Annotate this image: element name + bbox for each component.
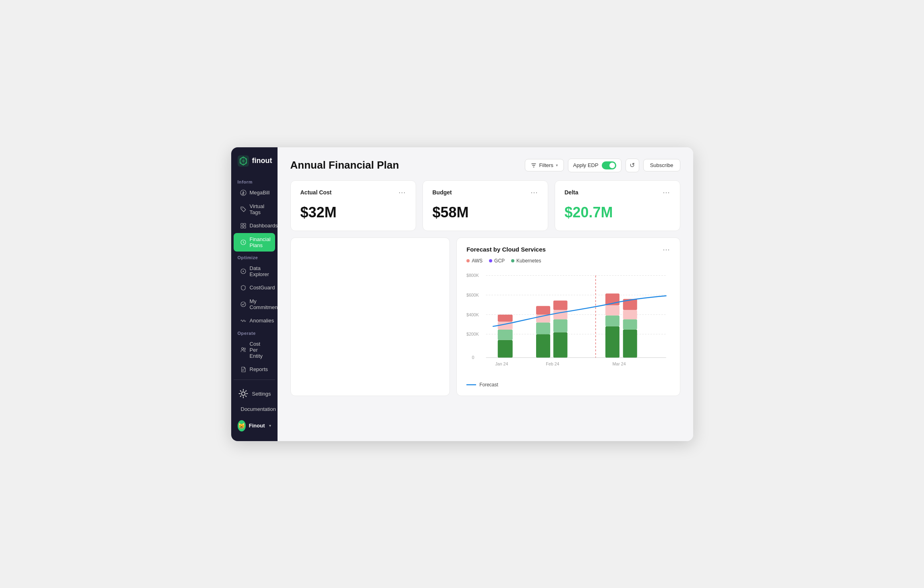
- logo-text: finout: [252, 157, 272, 165]
- settings-icon: [238, 388, 249, 399]
- sidebar-item-virtual-tags[interactable]: Virtual Tags: [234, 200, 275, 219]
- svg-rect-6: [244, 226, 246, 228]
- filters-button[interactable]: Filters ▾: [525, 159, 564, 171]
- delta-menu[interactable]: ⋯: [663, 189, 670, 196]
- commitment-icon: [240, 301, 247, 307]
- sidebar-item-costguard[interactable]: CostGuard: [234, 281, 275, 294]
- logo-icon: [238, 155, 249, 167]
- bar-k8s-dark-mar1: [605, 326, 619, 357]
- wave-icon: [240, 318, 247, 324]
- compass-icon: [240, 268, 247, 274]
- aws-dot: [466, 259, 470, 262]
- k8s-dot: [511, 259, 514, 262]
- logo: finout: [231, 155, 278, 176]
- forecast-dash-icon: [466, 384, 476, 386]
- forecast-card: Forecast by Cloud Services ⋯ AWS GCP Kub…: [456, 237, 680, 396]
- svg-point-11: [241, 348, 243, 350]
- metric-card-header-delta: Delta ⋯: [565, 189, 670, 196]
- sidebar-item-dashboards[interactable]: Dashboards: [234, 219, 275, 232]
- edp-toggle[interactable]: [602, 161, 616, 169]
- sidebar-item-data-explorer[interactable]: Data Explorer: [234, 262, 275, 281]
- chart-area: $800K $600K $400K $200K 0: [466, 270, 670, 379]
- svg-point-13: [241, 392, 245, 396]
- user-name: Finout: [249, 423, 265, 429]
- legend-aws: AWS: [466, 258, 483, 264]
- sidebar-item-cost-per-entity[interactable]: Cost Per Entity: [234, 338, 275, 362]
- metric-card-delta: Delta ⋯ $20.7M: [555, 180, 680, 231]
- header-actions: Filters ▾ Apply EDP ↺ Subscribe: [525, 159, 680, 172]
- financial-plans-icon: [240, 239, 247, 246]
- megabill-label: MegaBill: [250, 190, 270, 196]
- data-explorer-label: Data Explorer: [250, 265, 269, 277]
- avatar: 😸: [238, 420, 246, 431]
- tag-icon: [240, 206, 247, 213]
- settings-item[interactable]: Settings: [234, 385, 275, 402]
- section-operate-label: Operate: [231, 328, 278, 337]
- forecast-line: [493, 296, 666, 326]
- sidebar-item-anomalies[interactable]: Anomalies: [234, 314, 275, 327]
- chevron-down-icon: ▾: [556, 163, 558, 167]
- virtual-tags-label: Virtual Tags: [250, 203, 269, 215]
- documentation-item[interactable]: Documentation: [234, 403, 275, 415]
- dashboards-label: Dashboards: [250, 223, 278, 229]
- sidebar-item-my-commitment[interactable]: My Commitment: [234, 295, 275, 314]
- svg-point-2: [242, 208, 242, 208]
- bar-k8s-dark-feb2: [553, 332, 568, 357]
- documentation-label: Documentation: [241, 406, 276, 412]
- forecast-title: Forecast by Cloud Services: [466, 246, 546, 253]
- bar-aws-dark-feb2: [553, 300, 568, 309]
- bar-k8s-light-feb2: [553, 319, 568, 332]
- anomalies-label: Anomalies: [250, 318, 274, 324]
- grid-icon: [240, 223, 247, 229]
- filter-icon: [531, 163, 537, 168]
- user-row[interactable]: 😸 Finout ▾: [234, 417, 275, 435]
- chart-svg: $800K $600K $400K $200K 0: [466, 270, 670, 379]
- chevron-down-icon: ▾: [269, 423, 271, 428]
- forecast-menu[interactable]: ⋯: [663, 246, 670, 253]
- empty-left-card: [290, 237, 450, 396]
- svg-text:Mar 24: Mar 24: [613, 361, 626, 366]
- settings-label: Settings: [252, 391, 271, 397]
- subscribe-button[interactable]: Subscribe: [643, 159, 680, 171]
- sidebar-item-financial-plans[interactable]: Financial Plans: [234, 233, 275, 252]
- svg-rect-5: [241, 226, 243, 228]
- bottom-section: Forecast by Cloud Services ⋯ AWS GCP Kub…: [290, 237, 680, 396]
- metric-cards: Actual Cost ⋯ $32M Budget ⋯ $58M Delta ⋯…: [290, 180, 680, 231]
- costguard-label: CostGuard: [250, 285, 275, 291]
- delta-title: Delta: [565, 189, 578, 196]
- page-header: Annual Financial Plan Filters ▾ Apply ED…: [290, 159, 680, 172]
- financial-plans-label: Financial Plans: [250, 236, 271, 248]
- budget-value: $58M: [433, 204, 538, 221]
- budget-menu[interactable]: ⋯: [530, 189, 538, 196]
- metric-card-header: Actual Cost ⋯: [300, 189, 406, 196]
- gcp-label: GCP: [494, 258, 505, 264]
- legend-gcp: GCP: [489, 258, 505, 264]
- bar-k8s-dark-mar2: [623, 329, 637, 357]
- chart-legend: AWS GCP Kubernetes: [466, 258, 670, 264]
- bar-k8s-light-mar2: [623, 319, 637, 329]
- svg-text:$400K: $400K: [466, 312, 479, 317]
- section-inform-label: Inform: [231, 176, 278, 186]
- sidebar-item-reports[interactable]: Reports: [234, 363, 275, 376]
- metric-card-budget: Budget ⋯ $58M: [423, 180, 548, 231]
- bar-aws-light-feb2: [553, 310, 568, 319]
- svg-point-12: [244, 348, 245, 350]
- reset-button[interactable]: ↺: [626, 159, 639, 172]
- svg-point-9: [242, 270, 244, 272]
- page-title: Annual Financial Plan: [290, 159, 399, 171]
- aws-label: AWS: [472, 258, 483, 264]
- svg-rect-3: [241, 223, 243, 225]
- sidebar-item-megabill[interactable]: MegaBill: [234, 186, 275, 199]
- subscribe-label: Subscribe: [650, 162, 673, 168]
- delta-value: $20.7M: [565, 204, 670, 221]
- bar-aws-dark-jan: [498, 314, 513, 321]
- svg-rect-4: [244, 223, 246, 225]
- users-icon: [240, 347, 247, 353]
- svg-point-10: [241, 302, 246, 307]
- budget-title: Budget: [433, 189, 452, 196]
- apply-edp-label: Apply EDP: [573, 162, 599, 168]
- dollar-icon: [240, 190, 247, 196]
- actual-cost-menu[interactable]: ⋯: [398, 189, 406, 196]
- svg-text:$600K: $600K: [466, 293, 479, 297]
- cost-per-entity-label: Cost Per Entity: [250, 341, 269, 359]
